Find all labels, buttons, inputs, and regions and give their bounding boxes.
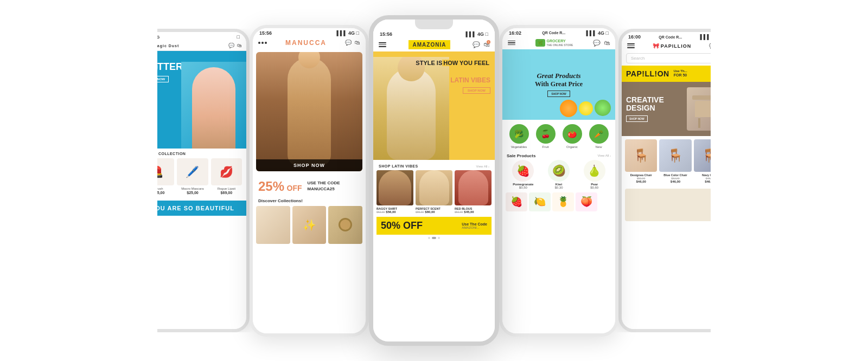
hamburger-menu-5[interactable] bbox=[627, 43, 635, 48]
grocery-product-3[interactable]: 🍐 Pear $0,60 bbox=[578, 160, 611, 189]
chairs-section: 🪑 Designea Chair $52,00 $46,00 🪑 Blue Co… bbox=[622, 136, 729, 186]
bag-icon-3[interactable]: 🛍3 bbox=[483, 41, 489, 48]
line-1 bbox=[508, 41, 515, 42]
time-5: 16:00 bbox=[628, 34, 641, 40]
view-all-grocery[interactable]: View All › bbox=[597, 154, 611, 157]
line-3-p5 bbox=[627, 47, 635, 48]
chair-img-3: 🪑 bbox=[694, 139, 726, 172]
amazonia-logo: AMAZONIA bbox=[413, 42, 446, 48]
hero-model bbox=[181, 62, 246, 149]
product-3[interactable]: 💋 Rogue Lipsti $69,00 bbox=[211, 158, 242, 195]
hero-grocery-subtitle: With Great Price bbox=[535, 80, 583, 88]
new-price-3: $45,00 bbox=[464, 210, 474, 214]
category-organic[interactable]: 🍅 Organic bbox=[563, 124, 582, 149]
fruit-icon: 🍒 bbox=[536, 124, 556, 144]
phone1-header: 👠 Magic Dust 💬 🛍 bbox=[139, 41, 246, 51]
fruit-1: 🍓 bbox=[506, 192, 527, 211]
bottom-fruits: 🍓 🍋 🍍 🍑 bbox=[502, 189, 615, 215]
chair-1[interactable]: 🪑 Designea Chair $52,00 $46,00 bbox=[625, 139, 657, 183]
menu-dots[interactable] bbox=[258, 42, 267, 44]
magic-dust-logo: 👠 Magic Dust bbox=[143, 43, 179, 48]
fruit-orange bbox=[560, 100, 577, 117]
chair-img-2: 🪑 bbox=[659, 139, 691, 172]
shop-now-btn[interactable]: SHOP NOW bbox=[463, 87, 490, 94]
bag-icon[interactable]: 🛍 bbox=[237, 43, 242, 48]
bag-icon-5[interactable]: 🛍 bbox=[718, 43, 724, 49]
creative-design-banner: CREATIVEDESIGN SHOP NOW bbox=[622, 82, 729, 136]
product-name-1: Brush bbox=[143, 187, 174, 190]
products-grid: 💄 Brush $25,00 🖊️ Macro Mascara $25,00 bbox=[143, 158, 242, 195]
chat-icon-4[interactable]: 💬 bbox=[593, 40, 601, 47]
header-icons-3: 💬 🛍3 bbox=[473, 41, 489, 48]
brand-name: Magic Dust bbox=[154, 44, 179, 48]
menu-line-3 bbox=[379, 46, 386, 47]
search-placeholder: Search bbox=[631, 56, 644, 61]
hamburger-menu[interactable] bbox=[379, 42, 386, 47]
model-figure bbox=[192, 67, 235, 149]
chat-icon-2[interactable]: 💬 bbox=[345, 40, 352, 46]
chair-2[interactable]: 🪑 Blue Color Chair $52,00 $46,00 bbox=[659, 139, 691, 183]
line-2 bbox=[508, 42, 515, 43]
product-latin-1[interactable]: BAGGY SHIRT $62,00 $56,00 bbox=[376, 170, 413, 214]
product-latin-2[interactable]: PERFECT SCENT $85,00 $80,00 bbox=[416, 170, 452, 214]
showcase-container: ▌▌▌ 4G □ 👠 Magic Dust 💬 🛍 bbox=[0, 0, 868, 361]
product-1[interactable]: 💄 Brush $25,00 bbox=[143, 158, 174, 195]
chat-icon-3[interactable]: 💬 bbox=[473, 41, 480, 48]
shop-now-grocery[interactable]: SHOP NOW bbox=[547, 91, 570, 97]
fifty-off-text: 50% OFF bbox=[381, 220, 423, 231]
scroll-indicator bbox=[373, 235, 495, 241]
bag-icon-4[interactable]: 🛍 bbox=[604, 40, 610, 47]
header-icons: 💬 🛍 bbox=[228, 43, 242, 48]
status-bar-5: 16:00 QR Code R... ▌▌▌ 4G □ bbox=[622, 32, 729, 41]
sale-title: Sale Products bbox=[507, 153, 535, 158]
creative-design-left: CREATIVEDESIGN SHOP NOW bbox=[626, 96, 664, 123]
category-new[interactable]: 🥕 New bbox=[589, 124, 609, 149]
fruit-4: 🍑 bbox=[576, 192, 597, 211]
header-icons-4: 💬 🛍 bbox=[593, 40, 610, 47]
chat-icon[interactable]: 💬 bbox=[228, 43, 234, 48]
dot-2 bbox=[432, 237, 436, 239]
logo-icon: 👠 bbox=[143, 43, 152, 48]
grocery-product-1[interactable]: 🍓 Pomegranate $0,50 bbox=[507, 160, 540, 189]
product-2[interactable]: 🖊️ Macro Mascara $25,00 bbox=[177, 158, 208, 195]
product-latin-3[interactable]: RED BLOUS $52,00 $45,00 bbox=[455, 170, 492, 214]
shop-now-btn-papillion[interactable]: SHOP NOW bbox=[626, 115, 648, 122]
pomegranate-img: 🍓 bbox=[512, 160, 534, 182]
phone5-header: 🎀 PAPILLION 💬 🛍 bbox=[622, 41, 729, 51]
chair-3[interactable]: 🪑 Navy Chair $48,00 $46,00 bbox=[694, 139, 726, 183]
pear-img: 🍐 bbox=[584, 160, 605, 182]
hamburger-menu-4[interactable] bbox=[508, 41, 515, 46]
header-icons-2: 💬 🛍 bbox=[345, 40, 360, 46]
time-3: 15:56 bbox=[380, 31, 392, 37]
phone2-header: MANUCCA 💬 🛍 bbox=[253, 37, 366, 49]
new-label: New bbox=[589, 145, 609, 149]
product-name-2: Macro Mascara bbox=[177, 187, 208, 190]
phone-grocery: 16:02 QR Code R... ▌▌▌ 4G □ 🌿 GROCERYTHE… bbox=[499, 25, 618, 337]
chat-icon-5[interactable]: 💬 bbox=[709, 43, 716, 49]
chair-price-new-2: $46,00 bbox=[659, 180, 691, 183]
product-price-3: $69,00 bbox=[211, 191, 242, 195]
category-fruit[interactable]: 🍒 Fruit bbox=[536, 124, 556, 149]
hero-grocery: Great Products With Great Price SHOP NOW bbox=[502, 49, 615, 120]
fruits-display bbox=[560, 100, 611, 117]
line-1-p5 bbox=[627, 43, 635, 44]
phone4-header: 🌿 GROCERYTHE ONLINE STORE 💬 🛍 bbox=[502, 37, 615, 49]
discover-label: Discover Collections! bbox=[253, 198, 366, 206]
search-bar[interactable]: Search bbox=[626, 53, 725, 63]
papillion-brand-big: PAP!LL!ON bbox=[626, 69, 669, 78]
grocery-logo: 🌿 GROCERYTHE ONLINE STORE bbox=[535, 39, 573, 47]
view-all-link[interactable]: View All › bbox=[476, 165, 489, 168]
hero-cta-button[interactable]: SHOP NOW bbox=[143, 76, 169, 82]
papillion-hero-bar: PAP!LL!ON Use Th... FOR 50 bbox=[622, 66, 729, 82]
grocery-product-2[interactable]: 🥝 Kiwi $0,30 bbox=[542, 160, 576, 189]
phone-manucca: 15:56 ▌▌▌ 4G □ MANUCCA 💬 🛍 bbox=[250, 25, 369, 337]
price-row-1: $62,00 $56,00 bbox=[376, 210, 413, 214]
phone-amazonia: 15:56 ▌▌▌ 4G □ AMAZONIA 💬 🛍3 bbox=[369, 15, 499, 346]
sale-section: Sale Products View All › bbox=[502, 151, 615, 160]
category-vegetables[interactable]: 🥦 Vegetables bbox=[509, 124, 529, 149]
bag-icon-2[interactable]: 🛍 bbox=[355, 40, 360, 46]
time-4: 16:02 bbox=[509, 30, 521, 36]
latin-products: BAGGY SHIRT $62,00 $56,00 PERFECT SCENT bbox=[373, 170, 495, 214]
chair-price-new-3: $46,00 bbox=[694, 180, 726, 183]
qr-text-4: QR Code R... bbox=[542, 31, 565, 35]
